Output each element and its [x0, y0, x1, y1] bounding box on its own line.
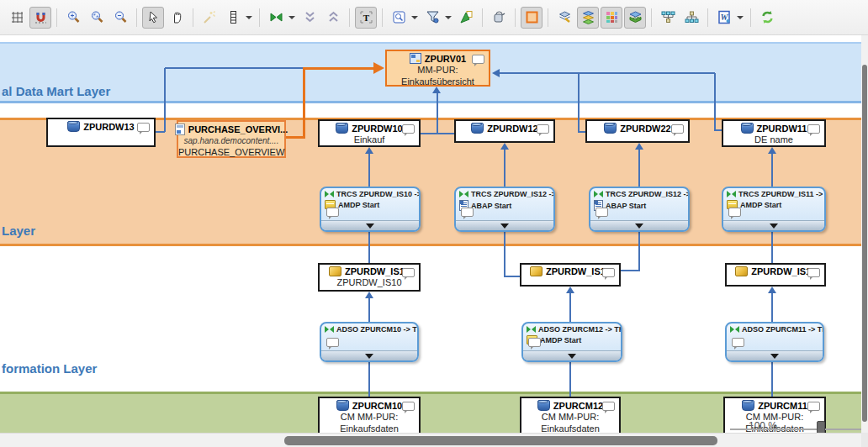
layers-stack-icon[interactable] [577, 7, 599, 29]
vertical-scrollbar-track[interactable] [861, 35, 868, 433]
comment-icon[interactable] [402, 124, 415, 134]
zoom-fit-icon[interactable] [86, 7, 108, 29]
comment-icon[interactable] [528, 338, 541, 347]
dataflow-canvas[interactable]: al Data Mart Layer Layer formation Layer [0, 35, 861, 447]
horizontal-scrollbar-track[interactable] [0, 433, 861, 447]
arrowhead-into-dw10[interactable] [365, 147, 373, 154]
expand-strip[interactable] [321, 220, 419, 230]
node-zpurv01[interactable]: ZPURV01 MM-PUR: Einkaufsübersicht [385, 50, 490, 87]
hierarchy-up-icon[interactable] [657, 7, 679, 29]
connector-is12-to-trans2-h[interactable] [504, 276, 520, 277]
node-zpurdw13[interactable]: ZPURDW13 [46, 118, 156, 147]
arrowhead-into-dw12[interactable] [500, 143, 509, 150]
zoom-in-icon[interactable] [62, 7, 84, 29]
transformation-bowtie-icon[interactable] [265, 7, 287, 29]
rows-layout-icon[interactable] [222, 7, 244, 29]
arrowhead-into-is11[interactable] [768, 287, 776, 293]
edit-layers-icon[interactable] [553, 7, 575, 29]
transformation-node-is10[interactable]: TRCS ZPURDW_IS10 -> ADSO... AMDP Start [320, 187, 421, 232]
connector-ltrans3-to-is11[interactable] [771, 293, 773, 322]
comment-icon[interactable] [807, 402, 820, 411]
expand-strip[interactable] [727, 350, 823, 360]
comment-icon[interactable] [671, 124, 684, 134]
expand-strip[interactable] [723, 220, 824, 230]
rows-layout-dropdown-caret[interactable] [246, 16, 252, 19]
connector-trans4-to-dw11[interactable] [771, 154, 773, 187]
comment-icon[interactable] [602, 402, 615, 411]
comment-icon[interactable] [537, 124, 549, 134]
connector-trans3-to-dw22[interactable] [638, 150, 640, 187]
node-zpurdw10[interactable]: ZPURDW10 Einkauf [318, 119, 421, 147]
magic-wand-icon[interactable] [198, 7, 220, 29]
arrowhead-into-dw11[interactable] [768, 147, 776, 154]
comment-icon[interactable] [402, 268, 415, 277]
refresh-icon[interactable] [756, 7, 778, 29]
text-mode-icon[interactable]: T [355, 7, 377, 29]
transformation-node-is11[interactable]: TRCS ZPURDW_IS11 -> ADSO... AMDP Start [722, 187, 826, 232]
find-dropdown-caret[interactable] [411, 16, 418, 19]
paint-bucket-icon[interactable] [488, 7, 510, 29]
connector-cm11-to-ltrans3[interactable] [771, 362, 773, 397]
hierarchy-down-icon[interactable] [680, 7, 702, 29]
filter-level-icon[interactable] [455, 7, 477, 29]
horizontal-scrollbar-thumb[interactable] [284, 436, 717, 445]
node-zpurdw22[interactable]: ZPURDW22 [585, 119, 690, 143]
connector-purchase-selected-v[interactable] [303, 68, 305, 139]
comment-icon[interactable] [602, 268, 615, 277]
node-zpurdw11[interactable]: ZPURDW11 DE name [722, 119, 826, 147]
expand-strip[interactable] [590, 220, 688, 230]
arrowhead-into-dw22[interactable] [635, 143, 643, 150]
grid-icon[interactable] [6, 7, 28, 29]
comment-icon[interactable] [326, 338, 339, 347]
highlight-color-icon[interactable] [521, 7, 542, 29]
word-export-icon[interactable]: W [713, 7, 735, 29]
connector-cm10-to-ltrans1[interactable] [368, 362, 370, 397]
filter-dropdown-caret[interactable] [445, 16, 452, 19]
comment-icon[interactable] [732, 338, 744, 347]
select-cursor-icon[interactable] [142, 7, 164, 29]
comment-icon[interactable] [595, 208, 608, 217]
transformation-node-cm12[interactable]: ADSO ZPURCM12 -> TRCS ZP... AMDP Start [521, 322, 622, 362]
color-palette-icon[interactable] [601, 7, 622, 29]
arrowhead-into-is10[interactable] [365, 292, 373, 298]
node-zpurdw-is12[interactable]: ZPURDW_IS12 [520, 263, 621, 287]
zoom-out-icon[interactable] [109, 7, 131, 29]
connector-right-bus-to-zpurv01[interactable] [500, 72, 715, 74]
layers-image-icon[interactable] [624, 7, 646, 29]
connector-is12-to-trans2-v[interactable] [504, 232, 505, 276]
comment-icon[interactable] [807, 268, 820, 277]
comment-icon[interactable] [137, 123, 150, 132]
connector-is11-to-trans4[interactable] [771, 232, 773, 263]
arrowhead-into-zpurv01-bottom[interactable] [432, 87, 441, 93]
connector-ltrans1-to-is10[interactable] [368, 298, 370, 322]
connector-ltrans2-to-is12[interactable] [569, 293, 571, 322]
expand-all-icon[interactable] [322, 7, 344, 29]
connector-purchase-selected-h2[interactable] [303, 67, 375, 70]
expand-strip[interactable] [321, 350, 417, 360]
snap-magnet-icon[interactable] [29, 7, 51, 29]
comment-icon[interactable] [728, 208, 741, 217]
node-zpurdw-is11[interactable]: ZPURDW_IS11 [725, 263, 826, 287]
comment-icon[interactable] [807, 124, 820, 134]
comment-icon[interactable] [326, 208, 339, 217]
zoom-slider-track[interactable] [730, 429, 861, 430]
connector-bus-to-zpurv01[interactable] [437, 93, 438, 134]
connector-is12-to-trans3-v[interactable] [638, 232, 640, 271]
connector-dw13-riser[interactable] [164, 68, 166, 132]
node-zpurdw-is10[interactable]: ZPURDW_IS10 ZPURDW_IS10 [318, 263, 421, 292]
comment-icon[interactable] [472, 55, 484, 64]
transformation-node-is12-a[interactable]: TRCS ZPURDW_IS12 -> ADSO... ABAP Start [454, 187, 555, 232]
connector-cm12-to-ltrans2[interactable] [569, 362, 571, 397]
connector-dw22-riser[interactable] [578, 73, 580, 132]
node-purchase-overview[interactable]: PURCHASE_OVERVI... sap.hana.democontent.… [177, 120, 286, 158]
transformation-dropdown-caret[interactable] [288, 16, 295, 19]
connector-is10-to-trans1[interactable] [368, 232, 370, 263]
vertical-scrollbar-thumb[interactable] [862, 65, 867, 422]
transformation-node-is12-b[interactable]: TRCS ZPURDW_IS12 -> ADSO... ABAP Start [589, 187, 690, 232]
arrowhead-into-is12[interactable] [566, 287, 574, 293]
expand-strip[interactable] [523, 350, 621, 360]
arrowhead-into-zpurv01-right[interactable] [492, 69, 500, 77]
comment-icon[interactable] [402, 402, 415, 411]
filter-icon[interactable] [421, 7, 443, 29]
arrowhead-purchase-into-zpurv01[interactable] [373, 62, 384, 74]
